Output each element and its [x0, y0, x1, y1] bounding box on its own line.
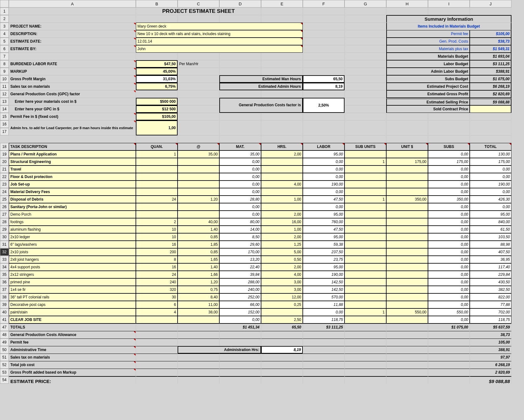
table-cell[interactable] [386, 278, 428, 286]
row-header-33[interactable]: 33 [0, 256, 9, 263]
table-cell[interactable] [261, 188, 303, 196]
task-desc[interactable]: Sanitary (Porta-John or similar) [9, 203, 136, 211]
row-header-9[interactable]: 9 [0, 68, 9, 75]
row-header-16[interactable]: 16 [0, 120, 9, 128]
task-desc[interactable]: Travel [9, 165, 136, 173]
table-cell[interactable] [345, 271, 386, 278]
task-desc[interactable]: 6" lags/washers [9, 241, 136, 248]
row-header-12[interactable]: 12 [0, 90, 9, 98]
table-cell[interactable] [178, 181, 219, 188]
table-cell[interactable]: 550,00 [386, 308, 428, 316]
task-desc[interactable]: footings [9, 218, 136, 226]
table-cell[interactable] [345, 150, 386, 158]
table-cell[interactable]: 38,00 [178, 308, 219, 316]
row-header-4[interactable]: 4 [0, 30, 9, 38]
table-cell[interactable]: 1,65 [178, 256, 219, 263]
table-cell[interactable]: 5,00 [261, 248, 303, 256]
table-cell[interactable]: 4,00 [261, 181, 303, 188]
row-header-1[interactable]: 1 [0, 8, 9, 15]
row-header-13[interactable]: 13 [0, 98, 9, 105]
table-cell[interactable] [386, 226, 428, 233]
row-header-23[interactable]: 23 [0, 181, 9, 188]
row-header-31[interactable]: 31 [0, 241, 9, 248]
table-cell[interactable] [345, 233, 386, 241]
table-cell[interactable]: 1 [136, 150, 178, 158]
table-cell[interactable]: 200 [136, 248, 178, 256]
table-cell[interactable] [178, 316, 219, 323]
table-cell[interactable] [261, 203, 303, 211]
row-header-51[interactable]: 51 [0, 354, 9, 361]
row-header-6[interactable]: 6 [0, 45, 9, 53]
row-header-49[interactable]: 49 [0, 339, 9, 346]
col-header-E[interactable]: E [261, 0, 303, 8]
table-cell[interactable]: 0,50 [261, 256, 303, 263]
table-cell[interactable]: 16,00 [261, 218, 303, 226]
col-header-G[interactable]: G [345, 0, 386, 8]
table-cell[interactable]: 1,40 [178, 263, 219, 271]
table-cell[interactable]: 6 [136, 301, 178, 308]
table-cell[interactable] [178, 203, 219, 211]
table-cell[interactable]: 16 [136, 263, 178, 271]
table-cell[interactable] [386, 316, 428, 323]
table-cell[interactable]: 16 [136, 241, 178, 248]
table-cell[interactable]: 0,85 [178, 248, 219, 256]
table-cell[interactable] [386, 293, 428, 301]
row-header-15[interactable]: 15 [0, 113, 9, 120]
table-cell[interactable] [345, 293, 386, 301]
col-header-B[interactable]: B [136, 0, 178, 8]
table-cell[interactable] [386, 181, 428, 188]
table-cell[interactable] [386, 263, 428, 271]
table-cell[interactable]: 10 [136, 226, 178, 233]
task-desc[interactable]: 2x8 joist hangers [9, 256, 136, 263]
table-cell[interactable] [386, 188, 428, 196]
table-cell[interactable]: 2,00 [261, 263, 303, 271]
table-cell[interactable] [386, 203, 428, 211]
table-cell[interactable] [261, 308, 303, 316]
table-cell[interactable]: 12,00 [261, 293, 303, 301]
table-cell[interactable] [345, 165, 386, 173]
table-cell[interactable]: 240 [136, 278, 178, 286]
table-cell[interactable] [345, 218, 386, 226]
table-cell[interactable]: 320 [136, 286, 178, 293]
task-desc[interactable]: Disposal of Debris [9, 196, 136, 203]
row-header-36[interactable]: 36 [0, 278, 9, 286]
table-cell[interactable]: 1,20 [178, 278, 219, 286]
table-cell[interactable] [345, 211, 386, 218]
row-header-52[interactable]: 52 [0, 361, 9, 369]
table-cell[interactable]: 8 [136, 256, 178, 263]
table-cell[interactable] [386, 211, 428, 218]
table-cell[interactable]: 8,40 [178, 293, 219, 301]
row-header-8[interactable]: 8 [0, 60, 9, 68]
table-cell[interactable]: 1,25 [261, 241, 303, 248]
table-cell[interactable]: 2,50 [261, 316, 303, 323]
col-header-H[interactable]: H [386, 0, 428, 8]
row-header-37[interactable]: 37 [0, 286, 9, 293]
table-cell[interactable]: 2,00 [261, 233, 303, 241]
table-cell[interactable]: 2,00 [261, 150, 303, 158]
row-header-3[interactable]: 3 [0, 23, 9, 30]
table-cell[interactable] [386, 233, 428, 241]
row-header-21[interactable]: 21 [0, 165, 9, 173]
table-cell[interactable] [345, 181, 386, 188]
table-cell[interactable] [136, 188, 178, 196]
row-header-54[interactable]: 54 [0, 376, 9, 384]
table-cell[interactable]: 1,20 [178, 196, 219, 203]
row-header-50[interactable]: 50 [0, 346, 9, 354]
table-cell[interactable] [261, 165, 303, 173]
row-header-19[interactable]: 19 [0, 150, 9, 158]
table-cell[interactable] [261, 158, 303, 165]
task-desc[interactable]: Material Delivery Fees [9, 188, 136, 196]
col-header-A[interactable]: A [9, 0, 136, 8]
table-cell[interactable]: 11,00 [178, 301, 219, 308]
row-header-38[interactable]: 38 [0, 293, 9, 301]
table-cell[interactable]: 0,25 [261, 301, 303, 308]
task-desc[interactable]: 36" tall PT colonial rails [9, 293, 136, 301]
table-cell[interactable] [136, 316, 178, 323]
row-header-32[interactable]: 32 [0, 248, 9, 256]
task-desc[interactable]: paint/stain [9, 308, 136, 316]
row-header-40[interactable]: 40 [0, 308, 9, 316]
table-cell[interactable] [345, 278, 386, 286]
table-cell[interactable]: 1,00 [261, 196, 303, 203]
table-cell[interactable] [386, 301, 428, 308]
table-cell[interactable] [345, 203, 386, 211]
